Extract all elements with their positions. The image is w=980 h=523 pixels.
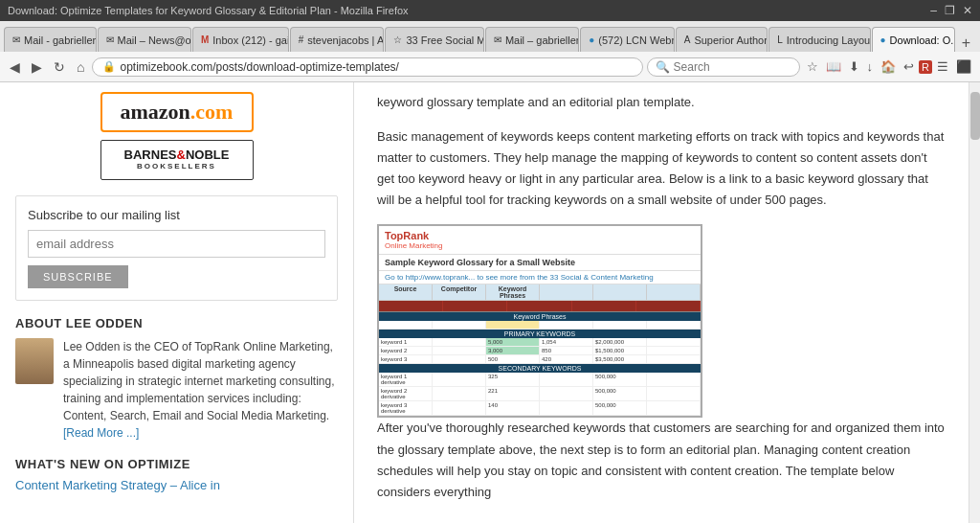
sync-button[interactable]: ↩ [901, 57, 917, 76]
ss-cell: keyword 1 [379, 338, 433, 346]
about-description: Lee Odden is the CEO of TopRank Online M… [63, 340, 334, 422]
tab-label: Introducing Layout... [787, 34, 871, 46]
tab-mail2[interactable]: ✉ Mail – News@o... ✕ [98, 27, 191, 52]
ss-cell [647, 355, 701, 363]
ss-brand-sub: Online Marketing [385, 241, 695, 250]
search-input[interactable] [674, 60, 760, 74]
ss-cell: 500,000 [593, 401, 647, 415]
ss-cell [647, 347, 701, 354]
ss-cell: 140 [486, 401, 540, 415]
ss-data-rows: Keyword Phrases PRIMARY KEYWORDS keyword… [379, 312, 701, 416]
tab-label: stevenjacobs | A... [307, 34, 384, 46]
ss-cell: keyword 1 derivative [379, 373, 433, 386]
minimize-button[interactable]: – [930, 4, 937, 17]
tab-steven[interactable]: # stevenjacobs | A... ✕ [290, 27, 385, 52]
search-box[interactable]: 🔍 [647, 57, 800, 77]
pocket-button[interactable]: ⬇ [846, 57, 862, 76]
ss-col-extra1 [540, 284, 593, 300]
about-text: Lee Odden is the CEO of TopRank Online M… [63, 338, 338, 442]
ss-cell: 221 [486, 387, 540, 400]
tab-gmail[interactable]: M Inbox (212) - gai... ✕ [192, 27, 289, 52]
tab-lcn[interactable]: ● (572) LCN Webr... ✕ [580, 27, 675, 52]
reload-button[interactable]: ↻ [50, 57, 69, 77]
ss-cell [433, 401, 486, 415]
url-bar[interactable]: 🔒 optimizebook.com/posts/download-optimi… [92, 57, 642, 77]
whats-new-link[interactable]: Content Marketing Strategy – Alice in [15, 477, 338, 494]
tab-label: 33 Free Social M... [406, 34, 484, 46]
about-content: Lee Odden is the CEO of TopRank Online M… [15, 338, 338, 442]
whats-new-title: WHAT'S NEW ON OPTIMIZE [15, 457, 338, 471]
tab-mail1[interactable]: ✉ Mail - gabrieller... ✕ [4, 27, 97, 52]
ss-red-cell-4 [572, 301, 636, 311]
ss-cell: keyword 2 [379, 347, 433, 354]
tab-author[interactable]: A Superior Author... ✕ [676, 27, 768, 52]
ss-col-keywords: Keyword Phrases [486, 284, 540, 300]
ss-col-source: Source [379, 284, 433, 300]
sidebar: amazon.com BARNES&NOBLE BOOKSELLERS Subs… [0, 82, 354, 523]
url-text[interactable]: optimizebook.com/posts/download-optimize… [120, 60, 632, 74]
ss-cell: 420 [540, 355, 593, 363]
ss-section-primary: PRIMARY KEYWORDS [379, 330, 701, 338]
close-button[interactable]: ✕ [963, 4, 972, 17]
back-button[interactable]: ◀ [6, 57, 24, 77]
ss-cell: 500 [486, 355, 540, 363]
main-content: keyword glossary template and an editori… [354, 82, 969, 523]
extra-button[interactable]: ⬛ [953, 57, 974, 76]
bookmark-star-button[interactable]: ☆ [804, 57, 821, 76]
ss-cell [433, 338, 486, 346]
ss-cell [647, 373, 701, 386]
bn-booksellers-text: BOOKSELLERS [124, 163, 230, 171]
ss-cell: 325 [486, 373, 540, 386]
tab-social[interactable]: ☆ 33 Free Social M... ✕ [385, 27, 484, 52]
ss-cell: keyword 3 derivative [379, 401, 433, 415]
ss-section-secondary: SECONDARY KEYWORDS [379, 364, 701, 373]
barnes-noble-logo[interactable]: BARNES&NOBLE BOOKSELLERS [100, 140, 254, 180]
tab-layout[interactable]: L Introducing Layout... ✕ [768, 27, 870, 52]
email-field[interactable] [28, 230, 325, 258]
scrollbar-thumb[interactable] [970, 92, 980, 140]
ss-red-cell-3 [507, 301, 571, 311]
ss-col-extra2 [593, 284, 647, 300]
ss-cell [433, 387, 486, 400]
amazon-logo-text: amazon.com [121, 100, 234, 125]
ss-cell: $1,500,000 [593, 347, 647, 354]
menu-button[interactable]: ☰ [934, 57, 951, 76]
tab-label: Mail - gabrieller... [24, 34, 97, 46]
read-more-link[interactable]: [Read More ...] [63, 426, 139, 440]
ss-column-headers: Source Competitor Keyword Phrases [379, 284, 701, 301]
ss-col-competitor: Competitor [433, 284, 486, 300]
ss-cell: 500,000 [593, 387, 647, 400]
subscribe-box: Subscribe to our mailing list SUBSCRIBE [15, 195, 338, 301]
window-controls[interactable]: – ❐ ✕ [930, 4, 972, 17]
home-button[interactable]: ⌂ [73, 57, 88, 77]
home-nav-button[interactable]: 🏠 [878, 57, 899, 76]
ss-cell [379, 321, 433, 329]
tab-favicon: ✉ [494, 34, 501, 45]
amazon-logo[interactable]: amazon.com [100, 92, 254, 132]
bookmark-button[interactable]: 📖 [823, 57, 844, 76]
ss-section-keyword-phrases: Keyword Phrases [379, 312, 701, 321]
ss-row-4: keyword 3 500 420 $3,500,000 [379, 355, 701, 364]
maximize-button[interactable]: ❐ [945, 4, 955, 17]
download-button[interactable]: ↓ [864, 57, 877, 76]
ss-cell [647, 387, 701, 400]
ss-red-cell-2 [443, 301, 507, 311]
tab-label: Mail – News@o... [118, 34, 191, 46]
scrollbar[interactable] [969, 82, 980, 523]
navigation-bar: ◀ ▶ ↻ ⌂ 🔒 optimizebook.com/posts/downloa… [0, 52, 980, 82]
ss-cell [593, 321, 647, 329]
new-tab-button[interactable]: + [956, 34, 976, 52]
subscribe-button[interactable]: SUBSCRIBE [28, 265, 128, 288]
ss-row-1 [379, 321, 701, 330]
extension-button[interactable]: R [919, 60, 932, 74]
ss-cell [647, 401, 701, 415]
ss-cell-green: 3,000 [486, 347, 540, 354]
forward-button[interactable]: ▶ [28, 57, 46, 77]
tab-mail3[interactable]: ✉ Mail – gabrieller... ✕ [485, 27, 579, 52]
whats-new-link-text: Content Marketing Strategy – Alice in [15, 478, 220, 492]
tab-download-active[interactable]: ● Download: O... ✕ [872, 27, 955, 52]
ss-cell: keyword 2 derivative [379, 387, 433, 400]
ss-cell: keyword 3 [379, 355, 433, 363]
tab-favicon: ● [880, 34, 886, 45]
whats-new-section: WHAT'S NEW ON OPTIMIZE Content Marketing… [15, 457, 338, 494]
